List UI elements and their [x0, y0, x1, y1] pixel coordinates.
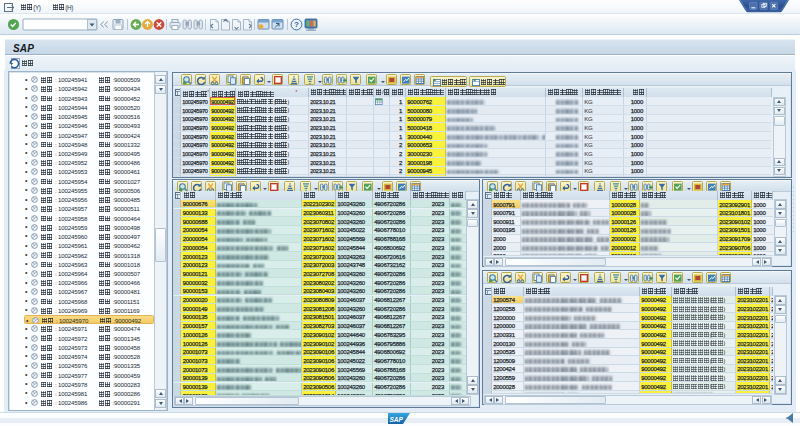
svg-text:SAP: SAP: [390, 415, 404, 422]
svg-text:?: ?: [294, 20, 299, 29]
